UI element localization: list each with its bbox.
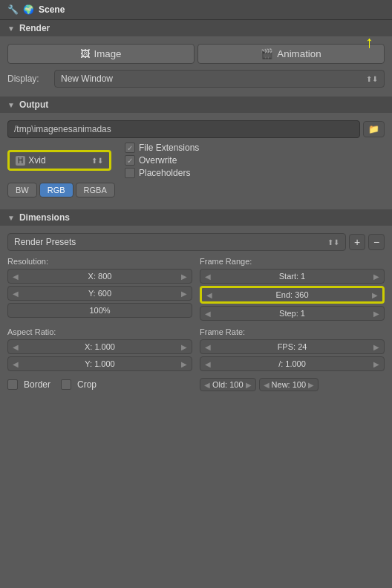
dimensions-two-col: Resolution: ◀ X: 800 ▶ ◀ Y: 600 ▶ 100% F… bbox=[7, 257, 385, 323]
border-checkbox[interactable] bbox=[7, 379, 18, 390]
presets-row: Render Presets ⬆⬇ + − bbox=[7, 233, 385, 251]
format-select[interactable]: H Xvid ⬆⬇ bbox=[7, 150, 111, 171]
fps-left-arrow: ◀ bbox=[205, 343, 211, 351]
y-asp-right-arrow: ▶ bbox=[181, 360, 187, 368]
render-label: Render bbox=[19, 23, 50, 33]
output-triangle: ▼ bbox=[7, 101, 15, 109]
fps-base-right-arrow: ▶ bbox=[373, 360, 379, 368]
start-frame-field[interactable]: ◀ Start: 1 ▶ bbox=[200, 269, 385, 284]
animation-icon: 🎬 bbox=[261, 48, 273, 59]
y-res-left-arrow: ◀ bbox=[13, 290, 19, 298]
end-right-arrow: ▶ bbox=[372, 291, 378, 299]
format-row: H Xvid ⬆⬇ File Extensions Overwrite Plac… bbox=[7, 143, 385, 178]
top-bar: 🔧 🌍 Scene bbox=[0, 0, 392, 20]
file-extensions-label: File Extensions bbox=[139, 143, 199, 153]
dimensions-label: Dimensions bbox=[19, 212, 70, 223]
rgb-button[interactable]: RGB bbox=[39, 183, 74, 197]
step-right-arrow: ▶ bbox=[373, 310, 379, 318]
overwrite-checkbox[interactable] bbox=[125, 155, 135, 166]
checkboxes-col: File Extensions Overwrite Placeholders bbox=[125, 143, 199, 178]
fps-right-arrow: ▶ bbox=[373, 343, 379, 351]
arrow-up-icon: ↑ bbox=[365, 34, 373, 50]
frame-rate-col: Frame Rate: ◀ FPS: 24 ▶ ◀ /: 1.000 ▶ bbox=[200, 327, 385, 373]
display-select[interactable]: New Window ⬆⬇ bbox=[54, 70, 385, 88]
placeholders-checkbox[interactable] bbox=[125, 168, 135, 178]
overwrite-label: Overwrite bbox=[139, 155, 177, 166]
preset-add-button[interactable]: + bbox=[349, 234, 365, 250]
display-row: Display: New Window ⬆⬇ bbox=[7, 70, 385, 88]
fps-field[interactable]: ◀ FPS: 24 ▶ bbox=[200, 339, 385, 354]
y-aspect-field[interactable]: ◀ Y: 1.000 ▶ bbox=[7, 356, 192, 371]
output-section-header[interactable]: ▼ Output bbox=[0, 97, 392, 113]
animation-button[interactable]: 🎬 Animation ↑ bbox=[197, 44, 385, 64]
x-resolution-field[interactable]: ◀ X: 800 ▶ bbox=[7, 269, 192, 284]
color-buttons: BW RGB RGBA bbox=[7, 183, 385, 197]
rgba-button[interactable]: RGBA bbox=[76, 183, 115, 197]
placeholders-row: Placeholders bbox=[125, 168, 199, 178]
x-res-left-arrow: ◀ bbox=[13, 272, 19, 281]
dimensions-section-content: Render Presets ⬆⬇ + − Resolution: ◀ X: 8… bbox=[0, 227, 392, 397]
presets-arrows: ⬆⬇ bbox=[327, 238, 339, 246]
output-section-content: /tmp\imagenesanimadas 📁 H Xvid ⬆⬇ File E… bbox=[0, 114, 392, 209]
resolution-col: Resolution: ◀ X: 800 ▶ ◀ Y: 600 ▶ 100% bbox=[7, 257, 192, 323]
presets-select[interactable]: Render Presets ⬆⬇ bbox=[7, 233, 346, 251]
start-right-arrow: ▶ bbox=[373, 272, 379, 281]
output-label: Output bbox=[19, 99, 48, 110]
frame-rate-label: Frame Rate: bbox=[200, 327, 385, 336]
image-button[interactable]: 🖼 Image bbox=[7, 44, 195, 64]
crop-checkbox[interactable] bbox=[61, 379, 71, 390]
new-right-arrow: ▶ bbox=[308, 381, 314, 389]
render-buttons: 🖼 Image 🎬 Animation ↑ bbox=[7, 44, 385, 64]
crop-label: Crop bbox=[77, 379, 97, 390]
placeholders-label: Placeholders bbox=[139, 168, 190, 178]
step-left-arrow: ◀ bbox=[205, 310, 211, 318]
bottom-row: Border Crop ◀ Old: 100 ▶ ◀ New: 100 ▶ bbox=[7, 378, 385, 391]
folder-button[interactable]: 📁 bbox=[363, 121, 385, 137]
dimensions-section-header[interactable]: ▼ Dimensions bbox=[0, 209, 392, 226]
bw-button[interactable]: BW bbox=[7, 183, 37, 197]
x-aspect-field[interactable]: ◀ X: 1.000 ▶ bbox=[7, 339, 192, 354]
step-frame-field[interactable]: ◀ Step: 1 ▶ bbox=[200, 306, 385, 321]
overwrite-row: Overwrite bbox=[125, 155, 199, 166]
border-crop-col: Border Crop bbox=[7, 379, 192, 390]
new-field[interactable]: ◀ New: 100 ▶ bbox=[259, 378, 318, 391]
dimensions-triangle: ▼ bbox=[7, 214, 15, 222]
output-path-input[interactable]: /tmp\imagenesanimadas bbox=[7, 120, 360, 138]
new-left-arrow: ◀ bbox=[264, 381, 270, 389]
y-resolution-field[interactable]: ◀ Y: 600 ▶ bbox=[7, 286, 192, 301]
output-path-row: /tmp\imagenesanimadas 📁 bbox=[7, 120, 385, 138]
end-left-arrow: ◀ bbox=[206, 291, 212, 299]
display-label: Display: bbox=[7, 74, 48, 84]
xvid-icon: H bbox=[16, 156, 25, 166]
render-triangle: ▼ bbox=[7, 24, 15, 33]
y-asp-left-arrow: ◀ bbox=[13, 360, 19, 368]
y-res-right-arrow: ▶ bbox=[181, 290, 187, 298]
x-asp-left-arrow: ◀ bbox=[13, 343, 19, 351]
aspect-col: Aspect Ratio: ◀ X: 1.000 ▶ ◀ Y: 1.000 ▶ bbox=[7, 327, 192, 373]
percent-field[interactable]: 100% bbox=[7, 303, 192, 318]
old-right-arrow: ▶ bbox=[246, 381, 252, 389]
old-left-arrow: ◀ bbox=[204, 381, 210, 389]
frame-range-label: Frame Range: bbox=[200, 257, 385, 266]
fps-base-field[interactable]: ◀ /: 1.000 ▶ bbox=[200, 356, 385, 371]
scene-icon: 🔧 bbox=[7, 4, 19, 15]
aspect-framerate-cols: Aspect Ratio: ◀ X: 1.000 ▶ ◀ Y: 1.000 ▶ … bbox=[7, 327, 385, 373]
x-res-right-arrow: ▶ bbox=[181, 272, 187, 281]
render-section-header[interactable]: ▼ Render bbox=[0, 20, 392, 36]
display-arrows: ⬆⬇ bbox=[366, 75, 378, 83]
fps-base-left-arrow: ◀ bbox=[205, 360, 211, 368]
scene-icon-2: 🌍 bbox=[23, 4, 34, 15]
frame-range-col: Frame Range: ◀ Start: 1 ▶ ◀ End: 360 ▶ ◀… bbox=[200, 257, 385, 323]
end-frame-field[interactable]: ◀ End: 360 ▶ bbox=[200, 286, 385, 304]
file-extensions-row: File Extensions bbox=[125, 143, 199, 153]
old-new-col: ◀ Old: 100 ▶ ◀ New: 100 ▶ bbox=[200, 378, 385, 391]
render-section-content: 🖼 Image 🎬 Animation ↑ Display: New Windo… bbox=[0, 38, 392, 97]
preset-remove-button[interactable]: − bbox=[368, 234, 385, 250]
old-field[interactable]: ◀ Old: 100 ▶ bbox=[200, 378, 256, 391]
start-left-arrow: ◀ bbox=[205, 272, 211, 281]
file-extensions-checkbox[interactable] bbox=[125, 143, 135, 153]
format-arrows: ⬆⬇ bbox=[91, 157, 103, 165]
title: Scene bbox=[39, 4, 65, 15]
resolution-label: Resolution: bbox=[7, 257, 192, 266]
image-icon: 🖼 bbox=[80, 48, 90, 59]
